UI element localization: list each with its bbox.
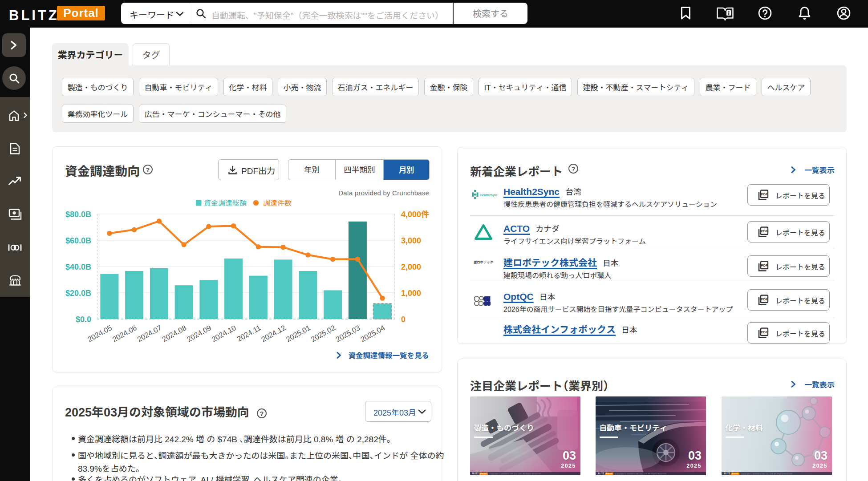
- svg-text:建ロボテック: 建ロボテック: [474, 260, 493, 264]
- svg-text:PDF: PDF: [761, 263, 768, 267]
- svg-text:2025.03: 2025.03: [333, 322, 362, 344]
- svg-text:Health2Sync: Health2Sync: [480, 194, 498, 197]
- svg-text:PDF: PDF: [761, 192, 768, 196]
- svg-text:0: 0: [401, 313, 406, 324]
- svg-text:2024.06: 2024.06: [110, 322, 138, 344]
- svg-text:$80.0B: $80.0B: [65, 208, 91, 219]
- svg-text:$20.0B: $20.0B: [65, 287, 91, 298]
- svg-text:1,000: 1,000: [401, 287, 421, 298]
- svg-text:2024.07: 2024.07: [135, 322, 163, 344]
- svg-text:資金調達総額: 資金調達総額: [204, 197, 247, 208]
- svg-text:4,000件: 4,000件: [401, 208, 429, 219]
- svg-text:2024.11: 2024.11: [235, 322, 263, 344]
- svg-text:2024.09: 2024.09: [185, 322, 213, 344]
- svg-text:2024.05: 2024.05: [85, 322, 114, 344]
- svg-text:2024.10: 2024.10: [209, 322, 238, 344]
- svg-text:$40.0B: $40.0B: [65, 260, 91, 272]
- svg-text:2024.12: 2024.12: [259, 322, 288, 344]
- svg-text:PDF: PDF: [761, 297, 768, 301]
- svg-text:$0.0: $0.0: [76, 313, 91, 324]
- svg-text:2025.01: 2025.01: [284, 322, 312, 344]
- svg-text:2025.04: 2025.04: [358, 322, 387, 344]
- svg-text:2024.08: 2024.08: [160, 322, 188, 344]
- svg-text:調達件数: 調達件数: [263, 197, 292, 208]
- svg-text:2,000: 2,000: [401, 260, 421, 272]
- svg-text:$60.0B: $60.0B: [65, 234, 91, 246]
- svg-text:PDF: PDF: [761, 330, 768, 334]
- svg-text:2025.02: 2025.02: [308, 322, 337, 344]
- svg-text:PDF: PDF: [761, 229, 768, 233]
- svg-text:3,000: 3,000: [401, 234, 421, 246]
